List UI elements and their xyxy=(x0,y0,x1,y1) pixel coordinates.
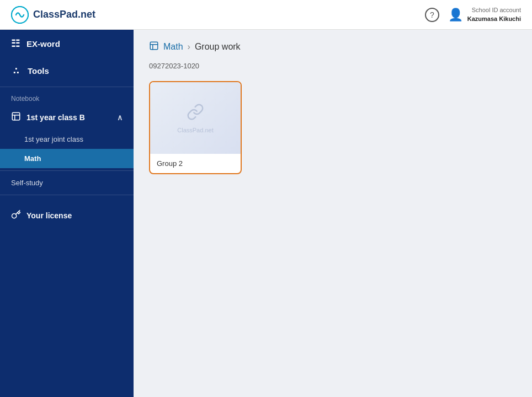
breadcrumb-current: Group work xyxy=(195,42,241,52)
tools-label: Tools xyxy=(28,66,49,76)
sidebar-item-tools[interactable]: ⛬ Tools xyxy=(0,57,134,84)
tools-icon: ⛬ xyxy=(11,65,21,77)
self-study-label: Self-study xyxy=(11,179,43,187)
svg-rect-1 xyxy=(12,112,20,120)
sidebar-item-license[interactable]: Your license xyxy=(0,202,134,229)
subtitle: 09272023-1020 xyxy=(149,62,517,70)
sidebar-divider-2 xyxy=(0,170,134,171)
card-label: Group 2 xyxy=(157,159,183,168)
card-preview-text: ClassPad.net xyxy=(177,127,213,133)
card-preview-inner: ClassPad.net xyxy=(177,103,213,133)
sidebar-item-class-b[interactable]: 1st year class B xyxy=(0,105,134,130)
card-footer: Group 2 xyxy=(150,154,241,173)
sidebar-divider-3 xyxy=(0,195,134,195)
class-b-label: 1st year class B xyxy=(26,113,85,122)
svg-rect-2 xyxy=(150,42,158,50)
class-b-left: 1st year class B xyxy=(11,111,85,123)
help-label: ? xyxy=(430,10,434,19)
sidebar: ☷ EX-word ⛬ Tools Notebook 1st year clas… xyxy=(0,30,134,397)
math-label: Math xyxy=(24,154,41,163)
sidebar-divider-1 xyxy=(0,87,134,87)
exword-icon: ☷ xyxy=(11,37,20,50)
license-label: Your license xyxy=(26,211,72,220)
breadcrumb-icon xyxy=(149,41,159,53)
main-layout: ☷ EX-word ⛬ Tools Notebook 1st year clas… xyxy=(0,30,532,397)
user-info: School ID account Kazumasa Kikuchi xyxy=(467,6,521,23)
chevron-up-icon xyxy=(117,113,123,122)
logo-area: ClassPad.net xyxy=(11,6,95,24)
content-area: Math › Group work 09272023-1020 ClassPad… xyxy=(134,30,532,397)
sidebar-item-exword[interactable]: ☷ EX-word xyxy=(0,30,134,57)
link-icon xyxy=(187,103,204,125)
breadcrumb-separator: › xyxy=(188,42,190,52)
group-card[interactable]: ClassPad.net Group 2 xyxy=(149,81,242,174)
logo-icon xyxy=(11,6,29,24)
user-area[interactable]: 👤 School ID account Kazumasa Kikuchi xyxy=(448,6,521,23)
header: ClassPad.net ? 👤 School ID account Kazum… xyxy=(0,0,532,30)
user-icon: 👤 xyxy=(448,8,463,22)
notebook-section-label: Notebook xyxy=(0,89,134,105)
joint-class-label: 1st year joint class xyxy=(24,135,83,143)
sidebar-item-math[interactable]: Math xyxy=(0,149,134,168)
card-preview: ClassPad.net xyxy=(150,82,241,154)
sidebar-item-self-study[interactable]: Self-study xyxy=(0,173,134,192)
help-icon[interactable]: ? xyxy=(425,8,439,22)
class-b-icon xyxy=(11,111,21,123)
user-name-text: Kazumasa Kikuchi xyxy=(467,15,521,23)
logo-text: ClassPad.net xyxy=(33,9,95,20)
header-right: ? 👤 School ID account Kazumasa Kikuchi xyxy=(425,6,521,23)
breadcrumb-link[interactable]: Math xyxy=(163,42,183,52)
cards-area: ClassPad.net Group 2 xyxy=(149,81,517,174)
account-type: School ID account xyxy=(467,6,521,14)
license-icon xyxy=(11,210,21,221)
exword-label: EX-word xyxy=(26,39,60,49)
sidebar-item-joint-class[interactable]: 1st year joint class xyxy=(0,130,134,149)
breadcrumb: Math › Group work xyxy=(149,41,517,53)
